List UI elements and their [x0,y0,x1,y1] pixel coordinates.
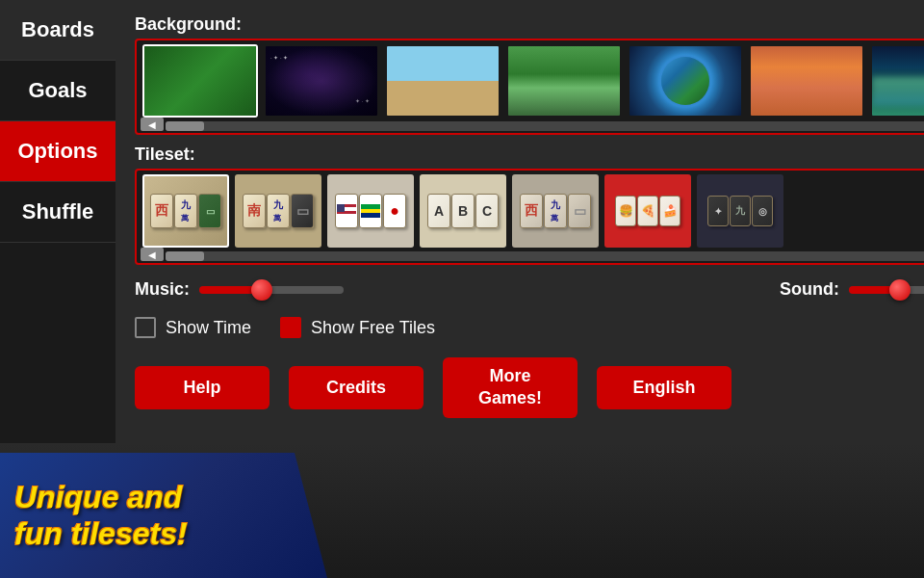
bg-thumb-forest[interactable] [506,44,622,118]
background-strip: · ✦ · ✦ ✦ · ✦ [135,39,924,135]
music-control: Music: [135,279,344,300]
background-label: Background: [135,14,924,35]
tileset-thumb-food[interactable]: 🍔 🍕 🍰 [604,174,691,248]
show-free-tiles-box[interactable] [280,317,301,338]
help-button[interactable]: Help [135,366,270,409]
bg-thumb-aurora[interactable] [870,44,924,118]
tileset-strip: 西 九萬 ▭ 南 [135,169,924,265]
music-thumb[interactable] [251,279,272,301]
bg-scroll-thumb[interactable] [166,121,204,131]
show-free-tiles-checkbox[interactable]: Show Free Tiles [280,317,435,338]
bg-thumb-green[interactable] [142,44,258,118]
sound-slider[interactable] [849,280,924,300]
bg-scroll-indicator [166,121,924,131]
tileset-label: Tileset: [135,144,924,165]
tileset-scroll-thumb[interactable] [166,251,204,261]
tileset-scroll-left[interactable]: ◀ [141,248,164,261]
tileset-thumb-gray[interactable]: 西 九萬 ▭ [512,174,599,248]
buttons-row: Help Credits More Games! English [135,357,924,418]
music-track [199,286,344,294]
credits-button[interactable]: Credits [289,366,424,409]
tileset-scroll-indicator [166,251,924,261]
sound-track [849,286,924,294]
bg-thumb-desert[interactable] [749,44,864,118]
tileset-thumb-classic[interactable]: 西 九萬 ▭ [142,174,229,248]
bg-thumb-galaxy[interactable]: · ✦ · ✦ ✦ · ✦ [264,44,379,118]
background-scroll-inner[interactable]: · ✦ · ✦ ✦ · ✦ [137,40,924,121]
show-time-label: Show Time [166,318,251,338]
sidebar-item-goals[interactable]: Goals [0,61,116,121]
sidebar-item-boards[interactable]: Boards [0,0,116,61]
bg-thumb-earth[interactable] [628,44,743,118]
more-games-button[interactable]: More Games! [443,357,578,418]
english-button[interactable]: English [597,366,732,409]
checkboxes-row: Show Time Show Free Tiles [135,317,924,338]
show-time-box[interactable] [135,317,156,338]
sidebar-item-options[interactable]: Options [0,121,116,182]
sound-thumb[interactable] [889,279,911,301]
tileset-thumb-dark[interactable]: ✦ 九 ◎ [697,174,783,248]
tileset-scroll-inner[interactable]: 西 九萬 ▭ 南 [137,171,924,251]
banner-shape: Unique andfun tilesets! [0,453,327,578]
background-section: Background: · ✦ · ✦ ✦ · ✦ [135,14,924,135]
sound-control: Sound: [780,279,924,300]
music-label: Music: [135,279,190,300]
tileset-thumb-2[interactable]: 南 九萬 ▭ [235,174,321,248]
tileset-section: Tileset: 西 九萬 ▭ [135,144,924,265]
music-slider[interactable] [199,280,344,300]
audio-controls: Music: Sound: [135,279,924,300]
sidebar-item-shuffle[interactable]: Shuffle [0,182,116,243]
bottom-banner: Unique andfun tilesets! [0,443,924,578]
banner-text: Unique andfun tilesets! [14,479,188,553]
tileset-thumb-abc[interactable]: A B C [420,174,506,248]
sound-label: Sound: [780,279,839,300]
show-free-tiles-label: Show Free Tiles [311,318,435,338]
tileset-thumb-flags[interactable]: ● [327,174,414,248]
bg-thumb-beach[interactable] [385,44,500,118]
bg-scroll-left[interactable]: ◀ [141,118,164,131]
show-time-checkbox[interactable]: Show Time [135,317,251,338]
